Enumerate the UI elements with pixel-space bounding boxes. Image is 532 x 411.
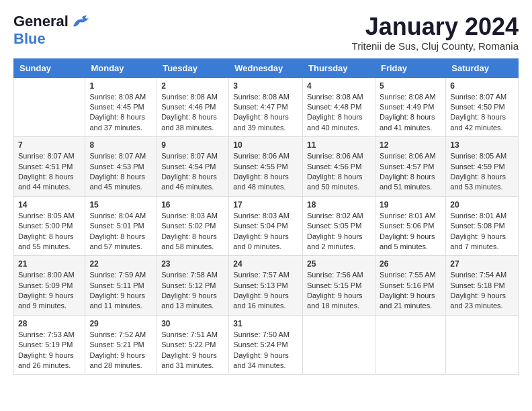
header-cell-monday: Monday xyxy=(85,58,157,77)
day-number: 29 xyxy=(89,319,152,328)
cell-line: Daylight: 8 hours xyxy=(161,112,224,122)
cell-line: Sunset: 4:53 PM xyxy=(89,162,152,172)
cell-line: Daylight: 9 hours xyxy=(307,291,371,301)
cell-line: and 53 minutes. xyxy=(450,182,514,192)
cell-line: Daylight: 9 hours xyxy=(380,291,441,301)
day-number: 6 xyxy=(450,81,514,91)
cell-line: Sunset: 5:16 PM xyxy=(380,281,441,291)
cell-line: Sunrise: 7:52 AM xyxy=(89,330,152,340)
cell-line: and 9 minutes. xyxy=(18,301,81,311)
cell-line: Daylight: 8 hours xyxy=(380,112,441,122)
header-cell-sunday: Sunday xyxy=(14,58,85,77)
cell-line: Sunset: 5:06 PM xyxy=(380,221,441,231)
title-block: January 2024 Tritenii de Sus, Cluj Count… xyxy=(352,13,519,52)
cell-line: Sunrise: 8:03 AM xyxy=(233,211,298,221)
day-number: 19 xyxy=(380,200,441,210)
cell-line: Daylight: 9 hours xyxy=(380,232,441,242)
day-number: 28 xyxy=(18,319,81,328)
cell-line: and 11 minutes. xyxy=(89,301,152,311)
cell-line: Sunset: 5:24 PM xyxy=(233,340,298,350)
day-number: 14 xyxy=(18,200,81,210)
cell-line: Sunset: 5:11 PM xyxy=(89,281,152,291)
cell-line: Sunset: 5:22 PM xyxy=(161,340,224,350)
day-number: 27 xyxy=(450,259,514,269)
cell-line: Daylight: 8 hours xyxy=(18,232,81,242)
header-cell-wednesday: Wednesday xyxy=(229,58,303,77)
cell-line: Sunset: 4:46 PM xyxy=(161,102,224,112)
cell-line: and 23 minutes. xyxy=(450,301,514,311)
cell-line: Sunrise: 7:56 AM xyxy=(307,270,371,280)
cell-line: Sunrise: 8:00 AM xyxy=(18,270,81,280)
calendar-cell xyxy=(14,77,85,137)
cell-line: Sunrise: 8:08 AM xyxy=(89,92,152,102)
cell-line: Daylight: 8 hours xyxy=(307,112,371,122)
cell-line: Sunset: 5:19 PM xyxy=(18,340,81,350)
cell-line: and 46 minutes. xyxy=(161,182,224,192)
cell-line: Daylight: 9 hours xyxy=(89,351,152,361)
cell-line: Sunrise: 8:06 AM xyxy=(233,151,298,161)
page-header: General Blue January 2024 Tritenii de Su… xyxy=(13,13,519,52)
cell-line: and 28 minutes. xyxy=(89,361,152,371)
calendar-cell: 1Sunrise: 8:08 AMSunset: 4:45 PMDaylight… xyxy=(85,77,157,137)
cell-line: Daylight: 8 hours xyxy=(380,172,441,182)
cell-line: Sunset: 5:13 PM xyxy=(233,281,298,291)
cell-line: and 5 minutes. xyxy=(380,242,441,252)
cell-line: Sunrise: 8:06 AM xyxy=(380,151,441,161)
cell-line: Sunset: 4:45 PM xyxy=(89,102,152,112)
calendar-cell: 27Sunrise: 7:54 AMSunset: 5:18 PMDayligh… xyxy=(446,256,519,316)
cell-line: Sunset: 5:02 PM xyxy=(161,221,224,231)
cell-line: Daylight: 8 hours xyxy=(89,112,152,122)
calendar-cell: 9Sunrise: 8:07 AMSunset: 4:54 PMDaylight… xyxy=(157,137,229,197)
calendar-cell: 17Sunrise: 8:03 AMSunset: 5:04 PMDayligh… xyxy=(229,196,303,256)
cell-line: Sunrise: 8:07 AM xyxy=(89,151,152,161)
cell-line: Sunset: 5:05 PM xyxy=(307,221,371,231)
calendar-cell: 11Sunrise: 8:06 AMSunset: 4:56 PMDayligh… xyxy=(303,137,375,197)
day-number: 1 xyxy=(89,81,152,91)
cell-line: Daylight: 9 hours xyxy=(18,291,81,301)
day-number: 10 xyxy=(233,140,298,150)
cell-line: Sunset: 5:21 PM xyxy=(89,340,152,350)
cell-line: Daylight: 8 hours xyxy=(89,172,152,182)
calendar-cell: 7Sunrise: 8:07 AMSunset: 4:51 PMDaylight… xyxy=(14,137,85,197)
week-row-4: 21Sunrise: 8:00 AMSunset: 5:09 PMDayligh… xyxy=(14,256,519,316)
day-number: 17 xyxy=(233,200,298,210)
cell-line: Sunrise: 7:55 AM xyxy=(380,270,441,280)
cell-line: and 37 minutes. xyxy=(89,123,152,133)
cell-line: Sunset: 5:04 PM xyxy=(233,221,298,231)
week-row-3: 14Sunrise: 8:05 AMSunset: 5:00 PMDayligh… xyxy=(14,196,519,256)
subtitle: Tritenii de Sus, Cluj County, Romania xyxy=(352,40,519,52)
header-cell-thursday: Thursday xyxy=(303,58,375,77)
calendar-cell: 15Sunrise: 8:04 AMSunset: 5:01 PMDayligh… xyxy=(85,196,157,256)
cell-line: Daylight: 9 hours xyxy=(233,291,298,301)
cell-line: Sunset: 5:18 PM xyxy=(450,281,514,291)
cell-line: Daylight: 9 hours xyxy=(307,232,371,242)
cell-line: Sunset: 5:12 PM xyxy=(161,281,224,291)
cell-line: Sunrise: 7:59 AM xyxy=(89,270,152,280)
header-cell-tuesday: Tuesday xyxy=(157,58,229,77)
cell-line: and 18 minutes. xyxy=(307,301,371,311)
cell-line: and 58 minutes. xyxy=(161,242,224,252)
cell-line: Sunrise: 7:57 AM xyxy=(233,270,298,280)
calendar-cell: 21Sunrise: 8:00 AMSunset: 5:09 PMDayligh… xyxy=(14,256,85,316)
cell-line: Sunrise: 8:08 AM xyxy=(233,92,298,102)
cell-line: Daylight: 8 hours xyxy=(161,172,224,182)
calendar-cell: 8Sunrise: 8:07 AMSunset: 4:53 PMDaylight… xyxy=(85,137,157,197)
cell-line: Sunset: 4:51 PM xyxy=(18,162,81,172)
day-number: 24 xyxy=(233,259,298,269)
calendar-cell: 18Sunrise: 8:02 AMSunset: 5:05 PMDayligh… xyxy=(303,196,375,256)
cell-line: Daylight: 8 hours xyxy=(307,172,371,182)
cell-line: Daylight: 9 hours xyxy=(233,232,298,242)
calendar-cell: 12Sunrise: 8:06 AMSunset: 4:57 PMDayligh… xyxy=(375,137,445,197)
cell-line: Sunrise: 8:03 AM xyxy=(161,211,224,221)
calendar-table: SundayMondayTuesdayWednesdayThursdayFrid… xyxy=(13,58,519,375)
day-number: 11 xyxy=(307,140,371,150)
cell-line: Sunrise: 8:02 AM xyxy=(307,211,371,221)
calendar-cell: 6Sunrise: 8:07 AMSunset: 4:50 PMDaylight… xyxy=(446,77,519,137)
cell-line: Sunrise: 8:01 AM xyxy=(450,211,514,221)
cell-line: Sunrise: 8:07 AM xyxy=(18,151,81,161)
day-number: 18 xyxy=(307,200,371,210)
cell-line: and 55 minutes. xyxy=(18,242,81,252)
logo: General Blue xyxy=(13,13,90,47)
header-cell-friday: Friday xyxy=(375,58,445,77)
day-number: 5 xyxy=(380,81,441,91)
